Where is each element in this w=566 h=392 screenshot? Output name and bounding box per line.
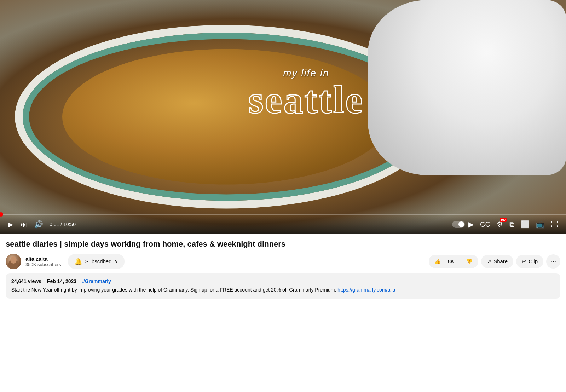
fullscreen-button[interactable]: ⛶ bbox=[549, 219, 560, 229]
play-button[interactable]: ▶ bbox=[6, 219, 15, 229]
milk-pour bbox=[368, 0, 566, 175]
clip-button[interactable]: ✂ Clip bbox=[516, 255, 543, 268]
description-body: Start the New Year off right by improvin… bbox=[11, 287, 336, 293]
autoplay-icon: ▶ bbox=[466, 219, 476, 229]
video-title-overlay: my life in seattle bbox=[248, 68, 364, 119]
mute-button[interactable]: 🔊 bbox=[32, 219, 45, 229]
channel-avatar[interactable] bbox=[6, 254, 21, 269]
volume-icon: 🔊 bbox=[34, 221, 43, 228]
video-info: seattle diaries | simple days working fr… bbox=[0, 234, 566, 304]
captions-icon: CC bbox=[480, 221, 490, 228]
overlay-title: seattle bbox=[248, 80, 364, 119]
clip-label: Clip bbox=[529, 258, 538, 264]
settings-icon: ⚙ bbox=[497, 221, 503, 228]
overlay-subtitle: my life in bbox=[248, 68, 364, 79]
description-meta: 24,641 views Feb 14, 2023 #Grammarly bbox=[11, 278, 555, 284]
theater-icon: ⬜ bbox=[521, 221, 530, 228]
like-dislike-group: 👍 1.8K 👎 bbox=[429, 255, 478, 268]
bell-icon: 🔔 bbox=[74, 258, 82, 265]
cast-button[interactable]: 📺 bbox=[534, 219, 547, 229]
fullscreen-icon: ⛶ bbox=[551, 221, 558, 228]
controls-bar: ▶ ⏭ 🔊 0:01 / 10:50 ▶ CC ⚙ HD ⧉ bbox=[0, 215, 566, 234]
video-actions: 👍 1.8K 👎 ↗ Share ✂ Clip ··· bbox=[429, 254, 560, 269]
chevron-down-icon: ∨ bbox=[115, 259, 118, 264]
video-time: 0:01 / 10:50 bbox=[50, 221, 76, 227]
video-title: seattle diaries | simple days working fr… bbox=[0, 239, 566, 249]
captions-button[interactable]: CC bbox=[478, 219, 492, 229]
next-icon: ⏭ bbox=[20, 221, 27, 228]
avatar-image bbox=[6, 254, 21, 269]
share-label: Share bbox=[493, 258, 508, 264]
scissors-icon: ✂ bbox=[522, 258, 526, 265]
view-count: 24,641 views bbox=[11, 278, 41, 284]
description-text: Start the New Year off right by improvin… bbox=[11, 286, 555, 294]
video-thumbnail: my life in seattle bbox=[0, 0, 566, 234]
channel-name[interactable]: alia zaita bbox=[25, 256, 61, 262]
subscribed-button[interactable]: 🔔 Subscribed ∨ bbox=[68, 254, 124, 269]
miniplayer-button[interactable]: ⧉ bbox=[507, 219, 516, 229]
channel-subscribers: 350K subscribers bbox=[25, 262, 61, 267]
miniplayer-icon: ⧉ bbox=[509, 221, 514, 228]
settings-button[interactable]: ⚙ HD bbox=[495, 219, 505, 229]
theater-button[interactable]: ⬜ bbox=[519, 219, 532, 229]
share-button[interactable]: ↗ Share bbox=[481, 255, 513, 268]
description-box: 24,641 views Feb 14, 2023 #Grammarly Sta… bbox=[6, 273, 560, 299]
autoplay-toggle[interactable]: ▶ bbox=[452, 219, 476, 229]
description-link[interactable]: https://grammarly.com/alia bbox=[337, 287, 395, 293]
share-icon: ↗ bbox=[487, 258, 491, 265]
cast-icon: 📺 bbox=[536, 221, 545, 228]
more-icon: ··· bbox=[550, 257, 556, 265]
hashtag-link[interactable]: #Grammarly bbox=[82, 278, 111, 284]
like-count: 1.8K bbox=[443, 258, 454, 264]
video-player[interactable]: my life in seattle ▶ ⏭ 🔊 0:01 / 10:50 ▶ … bbox=[0, 0, 566, 234]
hd-badge: HD bbox=[500, 218, 507, 222]
next-button[interactable]: ⏭ bbox=[18, 219, 29, 229]
channel-info: alia zaita 350K subscribers bbox=[25, 256, 61, 267]
publish-date: Feb 14, 2023 bbox=[47, 278, 76, 284]
thumbsdown-icon: 👎 bbox=[466, 258, 473, 265]
thumbsup-icon: 👍 bbox=[434, 258, 441, 265]
subscribed-label: Subscribed bbox=[85, 258, 111, 264]
like-button[interactable]: 👍 1.8K bbox=[429, 255, 460, 268]
controls-right: ▶ CC ⚙ HD ⧉ ⬜ 📺 ⛶ bbox=[452, 219, 560, 229]
dislike-button[interactable]: 👎 bbox=[460, 255, 478, 268]
more-button[interactable]: ··· bbox=[546, 254, 560, 269]
autoplay-switch[interactable] bbox=[452, 221, 465, 228]
channel-row: alia zaita 350K subscribers 🔔 Subscribed… bbox=[0, 254, 566, 269]
